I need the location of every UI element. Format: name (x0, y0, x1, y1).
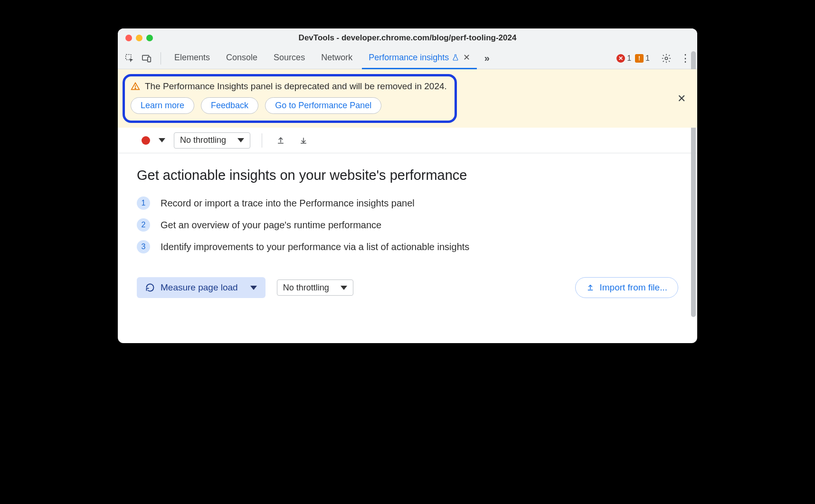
traffic-lights (125, 35, 153, 41)
tab-label: Console (226, 53, 257, 63)
svg-rect-2 (148, 57, 151, 62)
import-label: Import from file... (599, 282, 667, 293)
separator (262, 133, 262, 148)
tab-console[interactable]: Console (219, 47, 264, 69)
export-icon[interactable] (274, 133, 288, 148)
tab-label: Network (321, 53, 352, 63)
deprecation-banner: The Performance Insights panel is deprec… (118, 69, 697, 128)
step-number: 3 (137, 240, 150, 253)
svg-point-3 (665, 57, 668, 60)
record-button[interactable] (142, 136, 150, 145)
tab-performance-insights[interactable]: Performance insights ✕ (362, 47, 477, 69)
minimize-window-button[interactable] (136, 35, 142, 41)
step-number: 1 (137, 196, 150, 210)
step-item: 3 Identify improvements to your performa… (137, 240, 678, 253)
banner-message: The Performance Insights panel is deprec… (145, 81, 447, 92)
upload-icon (586, 283, 595, 292)
step-item: 1 Record or import a trace into the Perf… (137, 196, 678, 210)
devtools-window: DevTools - developer.chrome.com/blog/per… (118, 28, 697, 343)
steps-list: 1 Record or import a trace into the Perf… (137, 196, 678, 253)
record-options-caret-icon[interactable] (159, 138, 165, 142)
window-titlebar: DevTools - developer.chrome.com/blog/per… (118, 28, 697, 47)
throttling-select-secondary[interactable]: No throttling (277, 280, 353, 296)
panel-content: Get actionable insights on your website'… (118, 153, 697, 343)
error-icon: ✕ (616, 54, 625, 63)
page-heading: Get actionable insights on your website'… (137, 168, 678, 183)
more-tabs-icon[interactable]: » (480, 51, 494, 65)
svg-point-5 (135, 88, 136, 89)
throttling-select[interactable]: No throttling (174, 132, 250, 149)
import-from-file-button[interactable]: Import from file... (575, 277, 678, 298)
devtools-tabbar: Elements Console Sources Network Perform… (118, 47, 697, 69)
warning-triangle-icon (131, 82, 140, 91)
panel-toolbar: No throttling (118, 128, 697, 153)
chevron-down-icon (250, 286, 257, 290)
close-banner-icon[interactable]: ✕ (677, 93, 686, 105)
error-count: 1 (627, 54, 631, 63)
throttling-value: No throttling (283, 283, 329, 293)
tab-label: Elements (174, 53, 210, 63)
measure-label: Measure page load (161, 282, 238, 293)
zoom-window-button[interactable] (146, 35, 153, 41)
step-text: Identify improvements to your performanc… (161, 242, 469, 252)
issue-count: 1 (645, 54, 650, 63)
close-tab-icon[interactable]: ✕ (462, 52, 470, 63)
window-title: DevTools - developer.chrome.com/blog/per… (118, 33, 697, 43)
kebab-menu-icon[interactable]: ⋮ (678, 51, 692, 65)
tab-label: Sources (274, 53, 305, 63)
chevron-down-icon (341, 286, 347, 290)
measure-page-load-button[interactable]: Measure page load (137, 277, 265, 298)
settings-gear-icon[interactable] (659, 51, 673, 65)
import-icon[interactable] (296, 133, 311, 148)
banner-highlight-box: The Performance Insights panel is deprec… (123, 74, 457, 123)
device-toolbar-icon[interactable] (140, 51, 154, 65)
step-text: Get an overview of your page's runtime p… (161, 220, 381, 231)
step-number: 2 (137, 218, 150, 232)
learn-more-button[interactable]: Learn more (131, 97, 194, 114)
feedback-button[interactable]: Feedback (201, 97, 258, 114)
step-item: 2 Get an overview of your page's runtime… (137, 218, 678, 232)
step-text: Record or import a trace into the Perfor… (161, 198, 415, 209)
throttling-value: No throttling (180, 135, 226, 145)
issue-icon: ! (635, 54, 644, 63)
close-window-button[interactable] (125, 35, 132, 41)
tab-label: Performance insights (369, 53, 449, 63)
goto-performance-panel-button[interactable]: Go to Performance Panel (265, 97, 381, 114)
inspect-element-icon[interactable] (123, 51, 137, 65)
separator (161, 52, 161, 65)
chevron-down-icon (237, 138, 244, 142)
tab-sources[interactable]: Sources (267, 47, 312, 69)
badge-area: ✕ 1 ! 1 (616, 54, 650, 63)
tab-network[interactable]: Network (314, 47, 359, 69)
issues-badge[interactable]: ! 1 (635, 54, 650, 63)
error-badge[interactable]: ✕ 1 (616, 54, 631, 63)
reload-icon (145, 283, 155, 292)
experiment-flask-icon (452, 54, 459, 61)
action-row: Measure page load No throttling Import f… (137, 277, 678, 298)
tab-elements[interactable]: Elements (168, 47, 217, 69)
